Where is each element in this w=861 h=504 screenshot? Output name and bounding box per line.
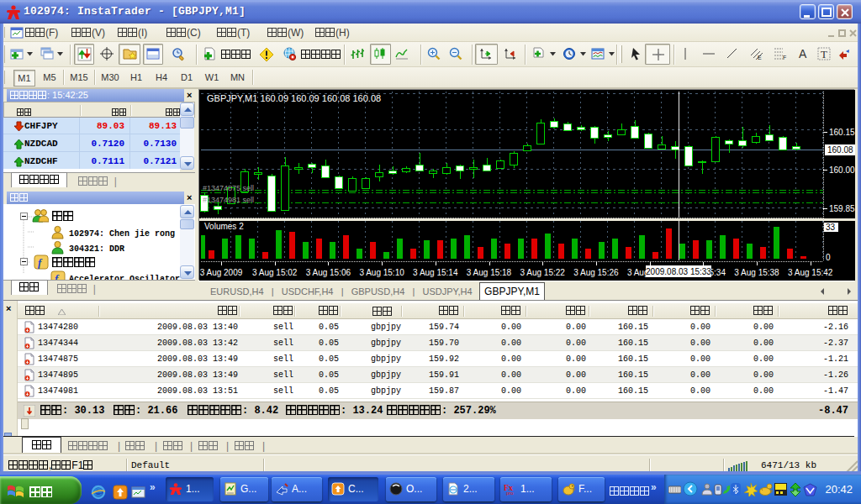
- svg-text:pro: pro: [506, 491, 514, 496]
- svg-text:3 Aug 15:38: 3 Aug 15:38: [734, 268, 779, 277]
- svg-text:3 Aug 15:02: 3 Aug 15:02: [252, 268, 298, 277]
- svg-text:0: 0: [826, 253, 831, 262]
- svg-text:3 Aug 15:42: 3 Aug 15:42: [788, 268, 833, 277]
- svg-text:159.85: 159.85: [829, 204, 855, 213]
- svg-text:A: A: [799, 47, 807, 60]
- svg-text:160.15: 160.15: [829, 128, 855, 137]
- svg-text:3 Aug 15:06: 3 Aug 15:06: [306, 268, 351, 277]
- svg-text:T: T: [821, 48, 827, 60]
- svg-text:#13474875 sell: #13474875 sell: [203, 184, 254, 192]
- svg-text:3 Aug 15:10: 3 Aug 15:10: [359, 268, 404, 277]
- svg-text:160.00: 160.00: [829, 165, 855, 175]
- svg-text:3 Aug 15:22: 3 Aug 15:22: [520, 268, 566, 277]
- svg-text:3 Aug 15:18: 3 Aug 15:18: [467, 268, 512, 277]
- svg-text:160.08: 160.08: [827, 145, 853, 155]
- svg-text:F: F: [783, 55, 786, 60]
- svg-text:GBPJPY,M1 160.09 160.09 160.0: GBPJPY,M1 160.09 160.09 160.08 160.08: [207, 93, 381, 103]
- svg-text:2009.08.03 15:33: 2009.08.03 15:33: [646, 267, 711, 276]
- svg-text:33: 33: [826, 223, 836, 232]
- svg-text:3 Aug 2009: 3 Aug 2009: [200, 268, 243, 277]
- svg-text:Volumes 2: Volumes 2: [204, 222, 244, 231]
- svg-text:3 Aug 15:26: 3 Aug 15:26: [573, 268, 619, 277]
- svg-text:#13474981 sell: #13474981 sell: [203, 196, 254, 204]
- svg-text:3 Aug 15:14: 3 Aug 15:14: [413, 268, 458, 277]
- svg-text:E: E: [758, 55, 762, 60]
